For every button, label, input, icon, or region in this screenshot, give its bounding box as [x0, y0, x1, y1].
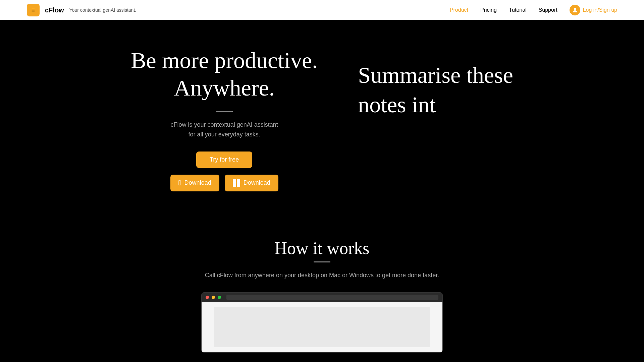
hero-title-line1: Be more productive.: [131, 48, 318, 73]
demo-screenshot: [201, 292, 443, 353]
nav-link-tutorial[interactable]: Tutorial: [509, 7, 527, 13]
hero-subtitle-line1: cFlow is your contextual genAI assistant: [171, 121, 278, 128]
hero-right-line1: Summarise these: [358, 62, 513, 88]
try-free-button[interactable]: Try for free: [196, 152, 252, 168]
apple-icon: : [178, 179, 181, 187]
windows-icon: [233, 179, 240, 187]
logo-icon: ≡: [27, 4, 40, 16]
navbar-left: ≡ cFlow Your contextual genAI assistant.: [27, 4, 136, 16]
hero-inner: Be more productive. Anywhere. cFlow is y…: [87, 20, 557, 212]
nav-link-product[interactable]: Product: [450, 7, 468, 13]
navbar-right: Product Pricing Tutorial Support Log in/…: [450, 5, 617, 15]
download-buttons:  Download Download: [170, 175, 278, 191]
nav-link-pricing[interactable]: Pricing: [480, 7, 497, 13]
browser-dot-green: [218, 296, 221, 299]
login-label: Log in/Sign up: [583, 7, 617, 13]
browser-dot-yellow: [212, 296, 215, 299]
navbar: ≡ cFlow Your contextual genAI assistant.…: [0, 0, 644, 20]
tagline: Your contextual genAI assistant.: [69, 7, 137, 13]
how-it-works-title: How it works: [274, 238, 369, 258]
browser-content: [202, 302, 442, 352]
browser-dot-red: [206, 296, 209, 299]
download-windows-button[interactable]: Download: [225, 175, 278, 191]
download-mac-button[interactable]:  Download: [170, 175, 219, 191]
browser-address-bar: [226, 295, 438, 300]
hero-right-text: Summarise these notes int: [358, 60, 513, 120]
avatar-icon: [570, 5, 580, 15]
hero-subtitle-line2: for all your everyday tasks.: [189, 131, 260, 138]
section-divider: [314, 261, 330, 262]
download-windows-label: Download: [244, 179, 270, 186]
hero-section: Be more productive. Anywhere. cFlow is y…: [0, 0, 644, 212]
browser-content-inner: [214, 307, 430, 347]
browser-bar: [202, 293, 442, 302]
hero-title-line2: Anywhere.: [174, 75, 275, 101]
nav-link-support[interactable]: Support: [539, 7, 557, 13]
hero-subtitle: cFlow is your contextual genAI assistant…: [171, 120, 278, 139]
download-mac-label: Download: [184, 179, 211, 186]
logo-symbol: ≡: [32, 7, 35, 14]
brand-name: cFlow: [45, 6, 64, 14]
login-button[interactable]: Log in/Sign up: [570, 5, 617, 15]
hero-right-line2: notes int: [358, 92, 436, 117]
how-it-works-section: How it works Call cFlow from anywhere on…: [0, 212, 644, 362]
svg-point-0: [574, 8, 576, 10]
hero-left: Be more productive. Anywhere. cFlow is y…: [131, 47, 318, 191]
hero-title: Be more productive. Anywhere.: [131, 47, 318, 102]
hero-divider: [216, 111, 233, 112]
how-it-works-subtitle: Call cFlow from anywhere on your desktop…: [205, 272, 439, 279]
hero-right: Summarise these notes int: [358, 47, 513, 120]
